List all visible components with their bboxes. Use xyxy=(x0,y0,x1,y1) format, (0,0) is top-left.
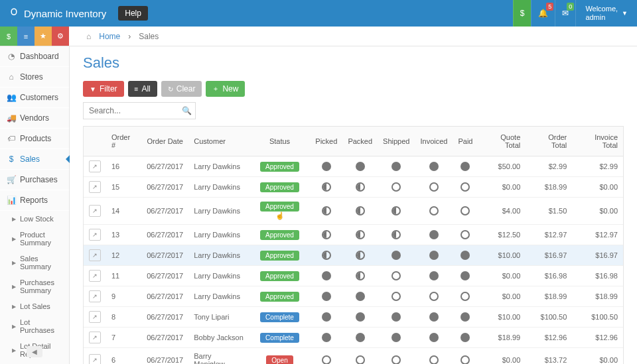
report-link[interactable]: ▶Lot Purchases xyxy=(0,314,69,338)
sidebar-item-vendors[interactable]: 🚚Vendors xyxy=(0,108,69,129)
caret-right-icon: ▶ xyxy=(12,236,16,242)
nav-label: Products xyxy=(20,134,51,143)
cell-order: 9 xyxy=(106,286,141,307)
table-row[interactable]: ↗1506/27/2017Larry DawkinsApproved$0.00$… xyxy=(84,177,623,198)
status-dot xyxy=(322,333,331,342)
quick-action-2[interactable]: ≡ xyxy=(17,27,35,46)
edit-row-button[interactable]: ↗ xyxy=(89,290,101,302)
topbar: Dynamic Inventory Help $ 🔔 5 ✉ 0 Welcome… xyxy=(0,0,637,27)
clear-button[interactable]: ↻Clear xyxy=(161,81,202,97)
chevron-left-icon: ◀ xyxy=(32,348,37,355)
sidebar-collapse-button[interactable]: ◀ xyxy=(27,346,42,357)
edit-row-button[interactable]: ↗ xyxy=(89,205,101,217)
status-dot xyxy=(356,271,365,280)
cell-quote: $10.00 xyxy=(478,245,526,266)
table-row[interactable]: ↗706/27/2017Bobby JacksonComplete$18.99$… xyxy=(84,328,623,348)
sidebar-item-sales[interactable]: $Sales xyxy=(0,149,69,170)
col-invoice-total[interactable]: Invoice Total xyxy=(572,127,623,156)
user-menu[interactable]: Welcome, admin ▼ xyxy=(575,0,637,27)
table-row[interactable]: ↗1406/27/2017Larry DawkinsApproved ☝$4.0… xyxy=(84,198,623,225)
report-link[interactable]: ▶Purchases Summary xyxy=(0,274,69,298)
nav-icon: 🚚 xyxy=(7,113,16,123)
edit-row-button[interactable]: ↗ xyxy=(89,270,101,282)
report-label: Purchases Summary xyxy=(20,278,64,294)
cell-order-total: $16.98 xyxy=(526,266,572,286)
cell-invoice-total: $18.99 xyxy=(572,286,623,307)
status-dot xyxy=(356,251,365,260)
currency-button[interactable]: $ xyxy=(513,0,531,27)
edit-row-button[interactable]: ↗ xyxy=(89,354,101,364)
cell-order: 16 xyxy=(106,156,141,177)
col-invoiced[interactable]: Invoiced xyxy=(415,127,453,156)
col-edit[interactable] xyxy=(84,127,106,156)
table-row[interactable]: ↗1606/27/2017Larry DawkinsApproved$50.00… xyxy=(84,156,623,177)
status-dot xyxy=(429,355,439,364)
col-order-date[interactable]: Order Date xyxy=(141,127,188,156)
status-dot xyxy=(460,312,470,322)
edit-row-button[interactable]: ↗ xyxy=(89,181,101,193)
status-dot xyxy=(429,230,439,239)
brand-logo-icon xyxy=(8,7,20,19)
table-row[interactable]: ↗906/27/2017Larry DawkinsApproved$0.00$1… xyxy=(84,286,623,307)
sidebar-item-reports[interactable]: 📊Reports xyxy=(0,190,69,211)
edit-row-button[interactable]: ↗ xyxy=(89,311,101,323)
report-link[interactable]: ▶Lot Sales xyxy=(0,298,69,314)
col-order-total[interactable]: Order Total xyxy=(526,127,572,156)
filter-button[interactable]: ▼Filter xyxy=(83,81,124,97)
table-row[interactable]: ↗806/27/2017Tony LipariComplete$10.00$10… xyxy=(84,307,623,328)
col-order-[interactable]: Order # xyxy=(106,127,141,156)
edit-row-button[interactable]: ↗ xyxy=(89,160,101,172)
col-packed[interactable]: Packed xyxy=(342,127,378,156)
status-dot xyxy=(391,292,401,301)
edit-row-button[interactable]: ↗ xyxy=(89,249,101,261)
report-link[interactable]: ▶Sales Summary xyxy=(0,251,69,274)
table-row[interactable]: ↗1306/27/2017Larry DawkinsApproved$12.50… xyxy=(84,225,623,245)
status-dot xyxy=(460,162,470,171)
quick-action-3[interactable]: ★ xyxy=(35,27,52,46)
edit-row-button[interactable]: ↗ xyxy=(89,332,101,343)
notifications-button[interactable]: 🔔 5 xyxy=(531,0,555,27)
status-badge: Complete xyxy=(260,333,299,343)
sidebar-item-purchases[interactable]: 🛒Purchases xyxy=(0,170,69,190)
search-icon[interactable]: 🔍 xyxy=(182,106,192,115)
nav-label: Stores xyxy=(20,72,43,82)
edit-row-button[interactable]: ↗ xyxy=(89,229,101,241)
sidebar-item-products[interactable]: 🏷Products xyxy=(0,129,69,149)
table-row[interactable]: ↗1106/27/2017Larry DawkinsApproved$0.00$… xyxy=(84,266,623,286)
all-button[interactable]: ≡All xyxy=(128,81,157,97)
status-dot xyxy=(429,271,439,280)
cell-order: 14 xyxy=(106,198,141,225)
cell-quote: $50.00 xyxy=(478,156,526,177)
quick-action-4[interactable]: ⚙ xyxy=(52,27,69,46)
search-input[interactable] xyxy=(83,102,196,119)
cell-order: 15 xyxy=(106,177,141,198)
breadcrumb-home[interactable]: Home xyxy=(99,32,120,41)
table-row[interactable]: ↗606/27/2017Barry ManiglowOpen$0.00$13.7… xyxy=(84,348,623,365)
sidebar-item-stores[interactable]: ⌂Stores xyxy=(0,67,69,88)
col-picked[interactable]: Picked xyxy=(310,127,342,156)
col-status[interactable]: Status xyxy=(249,127,311,156)
report-link[interactable]: ▶Low Stock xyxy=(0,211,69,227)
report-link[interactable]: ▶Product Summary xyxy=(0,227,69,251)
status-badge: Approved xyxy=(260,271,299,281)
col-shipped[interactable]: Shipped xyxy=(378,127,415,156)
brand[interactable]: Dynamic Inventory xyxy=(0,7,114,19)
status-dot xyxy=(391,355,401,364)
col-customer[interactable]: Customer xyxy=(188,127,249,156)
cell-date: 06/27/2017 xyxy=(141,286,188,307)
cell-customer: Larry Dawkins xyxy=(188,156,249,177)
messages-button[interactable]: ✉ 0 xyxy=(555,0,575,27)
help-button[interactable]: Help xyxy=(118,6,148,21)
cell-order: 12 xyxy=(106,245,141,266)
new-button[interactable]: ＋New xyxy=(206,81,245,97)
status-dot xyxy=(322,182,331,192)
table-row[interactable]: ↗1206/27/2017Larry DawkinsApproved$10.00… xyxy=(84,245,623,266)
cell-quote: $18.99 xyxy=(478,328,526,348)
col-quote-total[interactable]: Quote Total xyxy=(478,127,526,156)
sidebar-item-customers[interactable]: 👥Customers xyxy=(0,88,69,108)
sidebar-item-dashboard[interactable]: ◔Dashboard xyxy=(0,46,69,67)
status-dot xyxy=(322,292,331,301)
col-paid[interactable]: Paid xyxy=(453,127,478,156)
cell-quote: $4.00 xyxy=(478,198,526,225)
quick-action-1[interactable]: $ xyxy=(0,27,17,46)
